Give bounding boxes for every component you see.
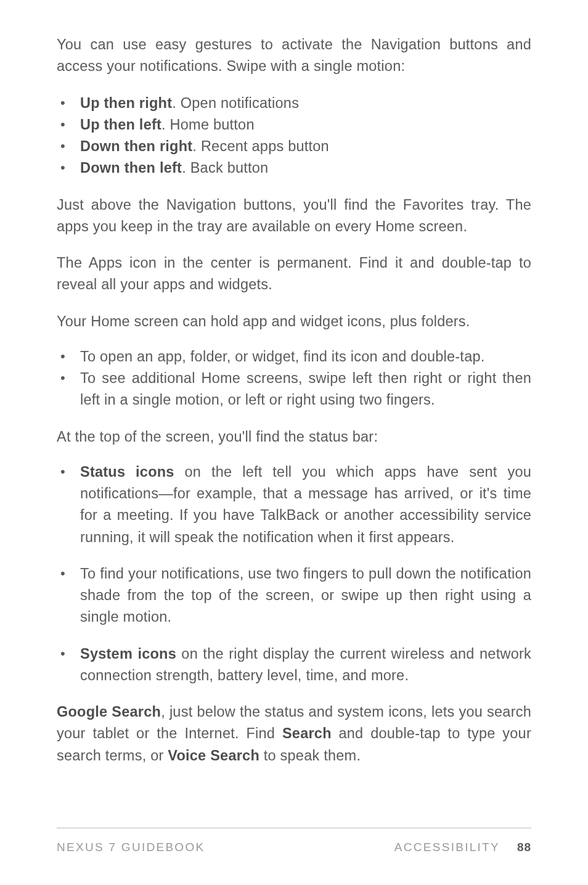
paragraph-6: Google Search, just below the status and…	[57, 701, 531, 767]
footer-book-title: NEXUS 7 GUIDEBOOK	[57, 841, 205, 854]
list-item: Down then right. Recent apps button	[57, 136, 531, 157]
list-item: System icons on the right display the cu…	[57, 643, 531, 687]
home-list: To open an app, folder, or widget, find …	[57, 346, 531, 411]
list-item: Down then left. Back button	[57, 157, 531, 179]
gesture-list: Up then right. Open notifications Up the…	[57, 93, 531, 179]
list-item: To find your notifications, use two fing…	[57, 563, 531, 628]
list-item: To see additional Home screens, swipe le…	[57, 368, 531, 411]
page-footer: NEXUS 7 GUIDEBOOK ACCESSIBILITY 88	[57, 828, 531, 854]
status-list: Status icons on the left tell you which …	[57, 461, 531, 686]
footer-section-name: ACCESSIBILITY	[394, 841, 500, 854]
list-item: Status icons on the left tell you which …	[57, 461, 531, 548]
paragraph-2: Just above the Navigation buttons, you'l…	[57, 194, 531, 238]
list-item: Up then right. Open notifications	[57, 93, 531, 114]
list-item: Up then left. Home button	[57, 114, 531, 136]
paragraph-3: The Apps icon in the center is permanent…	[57, 252, 531, 296]
paragraph-5: At the top of the screen, you'll find th…	[57, 426, 531, 448]
footer-divider	[57, 828, 531, 828]
paragraph-4: Your Home screen can hold app and widget…	[57, 311, 531, 332]
paragraph-1: You can use easy gestures to activate th…	[57, 34, 531, 78]
footer-page-number: 88	[517, 841, 531, 854]
page-content: You can use easy gestures to activate th…	[57, 34, 531, 854]
list-item: To open an app, folder, or widget, find …	[57, 346, 531, 368]
